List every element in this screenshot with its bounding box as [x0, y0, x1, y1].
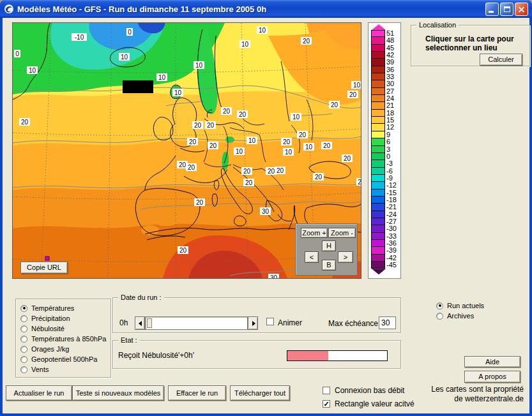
scale-row-9: 9: [371, 131, 400, 138]
run-slider-thumb[interactable]: [147, 318, 152, 328]
svg-text:20: 20: [209, 142, 217, 149]
scale-label: -3: [386, 160, 393, 167]
apropos-button[interactable]: A propos: [464, 371, 521, 383]
bottom-button-2[interactable]: Effacer le run: [168, 385, 226, 401]
svg-text:20: 20: [315, 174, 323, 181]
bottom-button-0[interactable]: Actualiser le run: [6, 385, 72, 401]
param-option-5[interactable]: Geopotentiel 500hPa: [20, 354, 110, 364]
param-option-2[interactable]: Nébulosité: [20, 323, 110, 334]
checkbox-box-1[interactable]: ✓: [323, 400, 330, 408]
scale-cell: [371, 211, 385, 218]
param-label-2: Nébulosité: [31, 325, 65, 332]
radio-icon[interactable]: [20, 325, 27, 332]
svg-text:10: 10: [121, 54, 128, 61]
bottom-button-1[interactable]: Teste si nouveaux modèles: [72, 385, 164, 401]
source-option-0[interactable]: Run actuels: [436, 301, 484, 311]
pan-up-button[interactable]: H: [322, 241, 336, 251]
checkbox-row-0[interactable]: Connexion bas débit: [323, 386, 404, 395]
source-option-1[interactable]: Archives: [436, 311, 484, 321]
copie-url-button[interactable]: Copie URL: [20, 262, 68, 274]
maximize-button[interactable]: [500, 3, 513, 16]
svg-text:20: 20: [223, 108, 231, 115]
title-bar[interactable]: Modèles Météo - GFS - Run du dimanche 11…: [0, 0, 532, 18]
radio-icon[interactable]: [20, 315, 27, 322]
svg-text:20: 20: [331, 101, 338, 108]
localisation-instruction-line1: Cliquer sur la carte pour: [425, 34, 514, 43]
param-option-0[interactable]: Températures: [20, 303, 110, 313]
aide-button[interactable]: Aide: [464, 356, 521, 368]
scale-cell: [371, 262, 385, 269]
scale-label: 6: [386, 138, 390, 145]
svg-text:20: 20: [283, 138, 291, 145]
left-arrow-icon: [139, 321, 142, 326]
radio-icon[interactable]: [20, 366, 27, 373]
close-button[interactable]: [515, 3, 528, 16]
window-title: Modèles Météo - GFS - Run du dimanche 11…: [17, 4, 266, 14]
svg-text:20: 20: [303, 38, 310, 45]
scale-cell: [371, 233, 385, 240]
checkbox-box-0[interactable]: [323, 387, 330, 394]
scale-cell: [371, 59, 385, 66]
radio-icon[interactable]: [20, 356, 27, 363]
svg-text:20: 20: [188, 164, 195, 171]
localisation-group: Localisation Cliquer sur la carte pour s…: [411, 25, 530, 66]
credits-text: Les cartes sont la propriété de wetterze…: [415, 385, 524, 404]
param-option-1[interactable]: Précipitation: [20, 313, 110, 323]
scale-cell: [371, 124, 385, 131]
run-slider-track[interactable]: [145, 316, 248, 330]
scale-cell: [371, 30, 385, 37]
animer-checkbox[interactable]: [266, 318, 274, 325]
scale-cell: [371, 247, 385, 254]
svg-text:10: 10: [236, 148, 243, 155]
svg-text:20: 20: [21, 119, 29, 126]
pan-left-button[interactable]: <: [305, 251, 319, 263]
minimize-button[interactable]: [485, 3, 499, 16]
scale-row--45: -45: [371, 262, 400, 269]
map-nav-panel: Zoom + Zoom - H < > B: [295, 223, 358, 276]
radio-icon[interactable]: [436, 313, 443, 320]
param-label-4: Orages J/kg: [31, 345, 69, 353]
censored-region: [123, 80, 153, 93]
svg-text:30: 30: [262, 208, 270, 215]
radio-icon[interactable]: [436, 302, 443, 309]
pan-down-button[interactable]: B: [322, 260, 336, 271]
param-option-4[interactable]: Orages J/kg: [20, 344, 110, 354]
radio-icon[interactable]: [20, 305, 27, 312]
max-echeance-input[interactable]: [379, 316, 396, 329]
progress-bar: [287, 350, 388, 361]
bottom-button-3[interactable]: Télécharger tout: [230, 385, 290, 401]
scale-row-39: 39: [371, 59, 400, 66]
checkbox-label-0: Connexion bas débit: [335, 386, 404, 395]
svg-text:20: 20: [299, 131, 307, 138]
radio-icon[interactable]: [20, 346, 27, 353]
scale-cell: [371, 45, 385, 52]
svg-text:10: 10: [195, 62, 203, 69]
scale-label: -39: [386, 247, 397, 254]
svg-text:20: 20: [194, 122, 202, 129]
slider-right-button[interactable]: [248, 316, 258, 330]
scale-row-21: 21: [371, 102, 400, 109]
param-option-6[interactable]: Vents: [20, 364, 110, 375]
checkbox-row-1[interactable]: ✓Rectangle valeur acitvé: [323, 399, 414, 408]
scale-label: -30: [386, 225, 397, 232]
scale-cell: [371, 218, 385, 225]
svg-text:20: 20: [207, 122, 215, 129]
slider-left-button[interactable]: [135, 316, 145, 330]
scale-cell: [371, 73, 385, 80]
scale-row--12: -12: [371, 182, 400, 189]
localisation-caption: Localisation: [416, 21, 459, 29]
zoom-out-button[interactable]: Zoom -: [328, 228, 356, 238]
param-label-0: Températures: [31, 304, 74, 312]
calculer-button[interactable]: Calculer: [480, 54, 522, 66]
hour-label: 0h: [119, 318, 128, 327]
svg-text:0: 0: [128, 29, 132, 36]
param-option-3[interactable]: Températures à 850hPa: [20, 334, 110, 344]
svg-text:10: 10: [259, 27, 266, 34]
scale-cell: [371, 117, 385, 124]
progress-fill: [287, 351, 328, 360]
pan-right-button[interactable]: >: [338, 251, 353, 263]
scale-cell: [371, 88, 385, 95]
svg-text:0: 0: [15, 50, 19, 57]
radio-icon[interactable]: [20, 336, 27, 343]
zoom-in-button[interactable]: Zoom +: [301, 228, 328, 238]
